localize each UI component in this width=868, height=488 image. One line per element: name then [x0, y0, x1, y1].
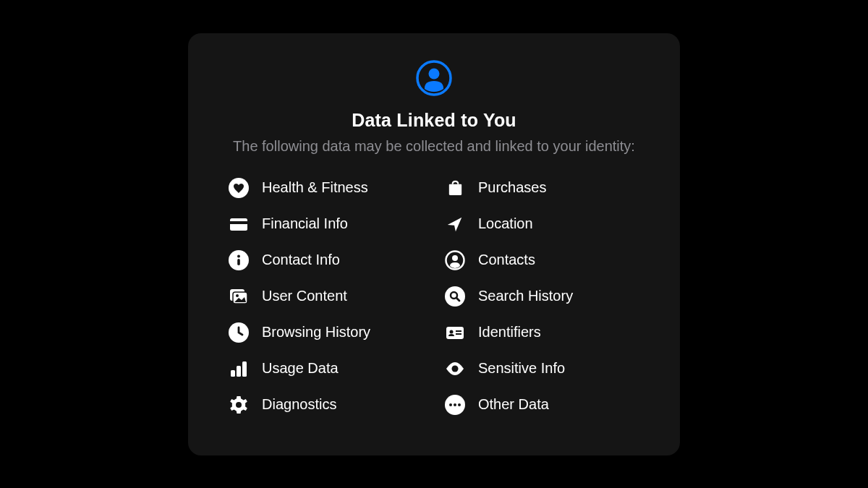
svg-point-9	[452, 255, 458, 261]
svg-rect-23	[242, 361, 247, 377]
location-arrow-icon	[445, 214, 465, 234]
item-label: Contact Info	[262, 252, 340, 268]
person-linked-icon	[415, 59, 453, 97]
item-label: Sensitive Info	[478, 360, 565, 377]
card-title: Data Linked to You	[352, 110, 516, 131]
list-item: Usage Data	[229, 359, 423, 379]
svg-rect-4	[230, 221, 247, 224]
svg-point-28	[454, 403, 456, 406]
eye-icon	[445, 359, 465, 379]
item-label: Financial Info	[262, 215, 348, 232]
id-card-icon	[445, 322, 465, 343]
svg-point-13	[445, 286, 465, 307]
svg-point-24	[452, 365, 459, 372]
item-label: Location	[478, 215, 533, 232]
svg-point-27	[449, 403, 452, 406]
list-item: Sensitive Info	[445, 359, 639, 379]
item-label: Contacts	[478, 252, 535, 268]
item-label: Identifiers	[478, 324, 541, 341]
list-item: Diagnostics	[229, 395, 423, 415]
heart-circle-icon	[229, 178, 249, 198]
item-label: Usage Data	[262, 360, 339, 377]
item-label: Diagnostics	[262, 396, 336, 413]
list-item: Contacts	[445, 250, 639, 270]
svg-rect-7	[237, 259, 240, 265]
search-circle-icon	[445, 286, 465, 307]
list-item: User Content	[229, 286, 423, 307]
svg-rect-21	[231, 370, 235, 377]
svg-point-1	[429, 68, 440, 79]
svg-point-18	[450, 330, 454, 333]
svg-point-12	[236, 294, 239, 297]
list-item: Purchases	[445, 178, 639, 198]
gear-icon	[229, 395, 249, 415]
info-circle-icon	[229, 250, 249, 270]
bar-chart-icon	[229, 359, 249, 379]
svg-point-25	[236, 402, 242, 408]
item-label: Health & Fitness	[262, 179, 368, 196]
list-item: Browsing History	[229, 322, 423, 343]
photo-stack-icon	[229, 286, 249, 307]
list-item: Identifiers	[445, 322, 639, 343]
item-label: Search History	[478, 288, 573, 304]
ellipsis-circle-icon	[445, 395, 465, 415]
bag-icon	[445, 178, 465, 198]
credit-card-icon	[229, 214, 249, 234]
card-subtitle: The following data may be collected and …	[233, 137, 635, 156]
svg-point-6	[237, 254, 240, 257]
item-label: Purchases	[478, 179, 547, 196]
svg-rect-17	[446, 327, 464, 339]
list-item: Financial Info	[229, 214, 423, 234]
svg-rect-20	[456, 333, 461, 335]
list-item: Other Data	[445, 395, 639, 415]
list-item: Health & Fitness	[229, 178, 423, 198]
list-item: Location	[445, 214, 639, 234]
svg-rect-22	[237, 366, 241, 377]
item-label: User Content	[262, 288, 347, 304]
item-label: Other Data	[478, 396, 549, 413]
privacy-card: Data Linked to You The following data ma…	[188, 33, 680, 455]
clock-icon	[229, 322, 249, 343]
person-circle-icon	[445, 250, 465, 270]
svg-rect-19	[456, 330, 461, 332]
list-item: Contact Info	[229, 250, 423, 270]
svg-rect-3	[230, 218, 247, 231]
data-types-grid: Health & Fitness Purchases Financial Inf…	[224, 178, 644, 415]
list-item: Search History	[445, 286, 639, 307]
svg-point-29	[458, 403, 461, 406]
item-label: Browsing History	[262, 324, 370, 341]
